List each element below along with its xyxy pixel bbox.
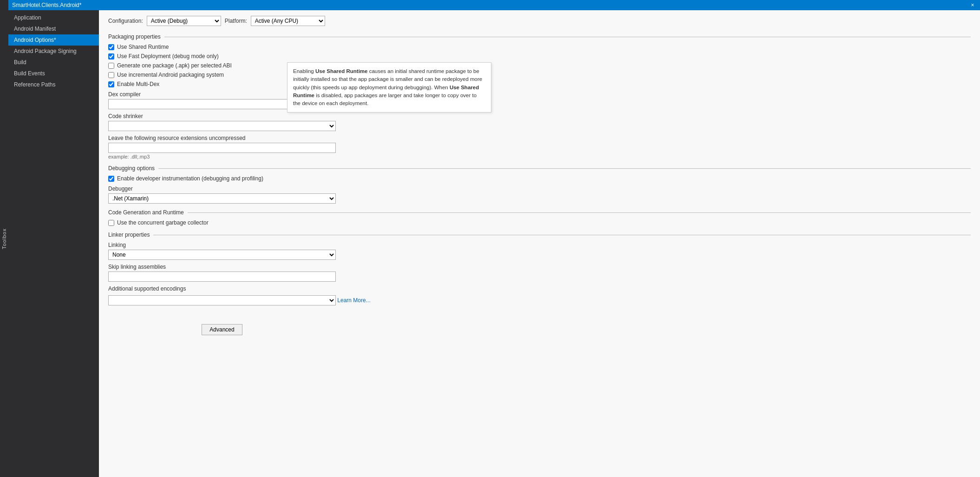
- linking-label: Linking: [108, 242, 971, 248]
- tooltip-box: Enabling Use Shared Runtime causes an in…: [287, 62, 491, 113]
- enable-multi-dex-label: Enable Multi-Dex: [117, 81, 159, 87]
- close-button[interactable]: ×: [969, 1, 976, 9]
- debugger-label: Debugger: [108, 186, 971, 192]
- use-shared-runtime-label: Use Shared Runtime: [117, 44, 169, 50]
- resource-extensions-hint: example: .dll;.mp3: [108, 154, 971, 159]
- platform-label: Platform:: [225, 18, 247, 24]
- use-shared-runtime-row: Use Shared Runtime: [108, 44, 971, 50]
- configuration-select[interactable]: Active (Debug) Debug Release: [147, 16, 221, 26]
- linking-select[interactable]: None Sdk Assemblies Only Sdk and User As…: [108, 250, 336, 260]
- advanced-button[interactable]: Advanced: [202, 324, 242, 335]
- tooltip-text: Enabling Use Shared Runtime causes an in…: [293, 68, 482, 106]
- code-shrinker-select[interactable]: [108, 121, 336, 131]
- additional-encodings-label: Additional supported encodings: [108, 285, 971, 292]
- code-shrinker-label: Code shrinker: [108, 113, 971, 119]
- additional-encodings-select[interactable]: [108, 295, 336, 305]
- use-incremental-checkbox[interactable]: [108, 72, 114, 78]
- use-incremental-label: Use incremental Android packaging system: [117, 72, 224, 78]
- sidebar-item-application[interactable]: Application: [8, 12, 99, 23]
- generate-one-package-label: Generate one package (.apk) per selected…: [117, 62, 232, 69]
- linker-section-header: Linker properties: [108, 232, 971, 238]
- sidebar: Application Android Manifest Android Opt…: [8, 10, 99, 477]
- sidebar-item-reference-paths[interactable]: Reference Paths: [8, 79, 99, 90]
- generate-one-package-row: Generate one package (.apk) per selected…: [108, 62, 971, 69]
- packaging-section-header: Packaging properties: [108, 33, 971, 40]
- use-concurrent-gc-row: Use the concurrent garbage collector: [108, 219, 971, 226]
- content-area: Application Android Manifest Android Opt…: [8, 10, 980, 477]
- resource-extensions-input[interactable]: [108, 143, 336, 153]
- generate-one-package-checkbox[interactable]: [108, 63, 114, 69]
- enable-dev-instrumentation-label: Enable developer instrumentation (debugg…: [117, 175, 263, 182]
- title-bar: SmartHotel.Clients.Android* ×: [8, 0, 980, 10]
- use-concurrent-gc-label: Use the concurrent garbage collector: [117, 219, 209, 226]
- enable-multi-dex-checkbox[interactable]: [108, 81, 114, 87]
- code-gen-section-header: Code Generation and Runtime: [108, 209, 971, 216]
- use-incremental-row: Use incremental Android packaging system: [108, 72, 971, 78]
- enable-dev-instrumentation-checkbox[interactable]: [108, 176, 114, 182]
- sidebar-item-build[interactable]: Build: [8, 57, 99, 68]
- main-window: SmartHotel.Clients.Android* × Applicatio…: [8, 0, 980, 477]
- sidebar-item-build-events[interactable]: Build Events: [8, 68, 99, 79]
- use-concurrent-gc-checkbox[interactable]: [108, 220, 114, 226]
- dex-compiler-label: Dex compiler: [108, 91, 971, 98]
- use-fast-deployment-row: Use Fast Deployment (debug mode only): [108, 53, 971, 60]
- learn-more-link[interactable]: Learn More...: [337, 297, 370, 304]
- toolbox-bar: Toolbox: [0, 0, 8, 477]
- toolbox-label: Toolbox: [1, 228, 7, 249]
- skip-linking-input[interactable]: [108, 272, 336, 282]
- debugging-section-header: Debugging options: [108, 165, 971, 172]
- enable-dev-instrumentation-row: Enable developer instrumentation (debugg…: [108, 175, 971, 182]
- use-shared-runtime-checkbox[interactable]: [108, 44, 114, 50]
- resource-extensions-label: Leave the following resource extensions …: [108, 135, 971, 141]
- use-fast-deployment-label: Use Fast Deployment (debug mode only): [117, 53, 219, 60]
- main-panel: Configuration: Active (Debug) Debug Rele…: [99, 10, 980, 477]
- configuration-label: Configuration:: [108, 18, 143, 24]
- sidebar-item-android-manifest[interactable]: Android Manifest: [8, 23, 99, 34]
- sidebar-item-android-options[interactable]: Android Options*: [8, 34, 99, 46]
- platform-select[interactable]: Active (Any CPU) Any CPU: [251, 16, 325, 26]
- sidebar-item-android-package-signing[interactable]: Android Package Signing: [8, 46, 99, 57]
- enable-multi-dex-row: Enable Multi-Dex: [108, 81, 971, 87]
- debugger-select[interactable]: .Net (Xamarin) LLDB Java Only None: [108, 193, 336, 204]
- use-fast-deployment-checkbox[interactable]: [108, 53, 114, 60]
- window-title: SmartHotel.Clients.Android*: [12, 2, 81, 8]
- top-bar: Configuration: Active (Debug) Debug Rele…: [108, 16, 971, 26]
- skip-linking-label: Skip linking assemblies: [108, 264, 971, 270]
